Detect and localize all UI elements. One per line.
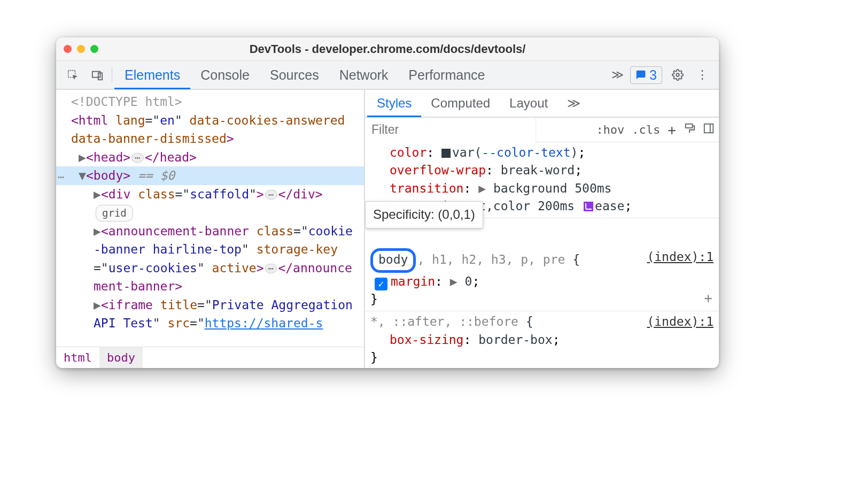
svg-rect-4 [686,124,693,128]
sidetab-styles[interactable]: Styles [367,89,421,117]
svg-rect-5 [704,124,714,133]
sidetab-layout[interactable]: Layout [500,89,557,117]
main-toolbar: Elements Console Sources Network Perform… [56,61,719,90]
tab-performance[interactable]: Performance [398,60,495,89]
maximize-window-button[interactable] [90,45,98,53]
svg-point-3 [676,73,679,76]
crumb-body[interactable]: body [99,347,143,368]
toolbar-separator [112,67,112,82]
dom-body-selected[interactable]: ▼<body> == $0 [56,166,364,185]
rule-brace-close: } [370,349,714,366]
side-tabs: Styles Computed Layout ≫ [365,90,719,118]
window-title: DevTools - developer.chrome.com/docs/dev… [56,42,719,56]
issues-count: 3 [649,67,657,83]
styles-body: color: var(--color-text); overflow-wrap:… [365,142,719,368]
styles-filter-input[interactable] [365,118,536,142]
bezier-swatch-icon[interactable] [584,202,593,211]
style-rule[interactable]: (index):1 *, ::after, ::before { box-siz… [365,311,719,368]
more-sidetabs-icon[interactable]: ≫ [557,89,590,117]
issues-badge[interactable]: 3 [630,66,662,84]
tab-sources[interactable]: Sources [260,60,329,89]
dom-announcement-banner[interactable]: ▶<announcement-banner class="cookie-bann… [56,222,364,296]
toolbar-end: ≫ 3 ⋮ [611,66,719,84]
dom-tree[interactable]: <!DOCTYPE html> <html lang="en" data-coo… [56,90,364,347]
prop-checkbox[interactable]: ✓ [375,278,387,290]
kebab-menu-icon[interactable]: ⋮ [693,67,711,83]
elements-panel: <!DOCTYPE html> <html lang="en" data-coo… [56,90,365,368]
settings-icon[interactable] [669,67,687,83]
prop-transition[interactable]: transition: ▶ background 500ms [370,180,714,197]
dom-scaffold-div[interactable]: ▶<div class="scaffold">⋯</div> [56,185,364,204]
rule-source-link[interactable]: (index):1 [647,248,714,266]
dom-doctype[interactable]: <!DOCTYPE html> [56,93,364,111]
titlebar: DevTools - developer.chrome.com/docs/dev… [56,37,719,61]
svg-rect-1 [92,72,100,78]
prop-margin[interactable]: ✓margin: ▶ 0; [370,273,714,290]
color-swatch-icon[interactable] [441,149,451,158]
selector-body-highlight: body [370,248,416,272]
device-toolbar-icon[interactable] [88,67,106,83]
dom-iframe[interactable]: ▶<iframe title="Private Aggregation API … [56,296,364,333]
new-rule-icon[interactable]: + [668,122,676,138]
styles-panel: Styles Computed Layout ≫ :hov .cls + [365,90,719,368]
collapse-pill-icon[interactable]: ⋯ [131,153,144,163]
main-tabs: Elements Console Sources Network Perform… [114,60,495,89]
rule-brace-close: } [370,290,714,308]
collapse-pill-icon[interactable]: ⋯ [265,190,277,200]
breadcrumbs: html body [56,347,364,368]
panel-layout-icon[interactable] [703,122,715,137]
tab-console[interactable]: Console [190,60,260,89]
traffic-lights [64,45,98,53]
close-window-button[interactable] [64,45,72,53]
crumb-html[interactable]: html [56,347,99,368]
add-prop-icon[interactable]: + [704,288,712,309]
tab-elements[interactable]: Elements [114,60,190,89]
collapse-pill-icon[interactable]: ⋯ [265,264,277,273]
dom-head[interactable]: ▶<head>⋯</head> [56,148,364,167]
more-tabs-icon[interactable]: ≫ [611,68,624,82]
dom-html-open[interactable]: <html lang="en" data-cookies-answered da… [56,111,364,148]
paint-icon[interactable] [684,122,695,137]
content: <!DOCTYPE html> <html lang="en" data-coo… [56,90,719,368]
sidetab-computed[interactable]: Computed [421,89,500,117]
issues-icon [636,70,646,80]
hov-toggle[interactable]: :hov [596,123,624,136]
minimize-window-button[interactable] [77,45,85,53]
prop-overflow-wrap[interactable]: overflow-wrap: break-word; [370,162,714,179]
grid-badge[interactable]: grid [96,205,133,221]
prop-color[interactable]: color: var(--color-text); [370,144,714,162]
cls-toggle[interactable]: .cls [632,123,660,136]
prop-box-sizing[interactable]: box-sizing: border-box; [370,331,714,349]
tab-network[interactable]: Network [329,60,399,89]
rule-source-link[interactable]: (index):1 [647,313,714,331]
styles-toolbar: :hov .cls + [365,118,719,142]
inspect-element-icon[interactable] [64,67,82,83]
devtools-window: DevTools - developer.chrome.com/docs/dev… [56,37,719,368]
style-rule[interactable]: (index):1 body, h1, h2, h3, p, pre { ✓ma… [365,218,719,311]
